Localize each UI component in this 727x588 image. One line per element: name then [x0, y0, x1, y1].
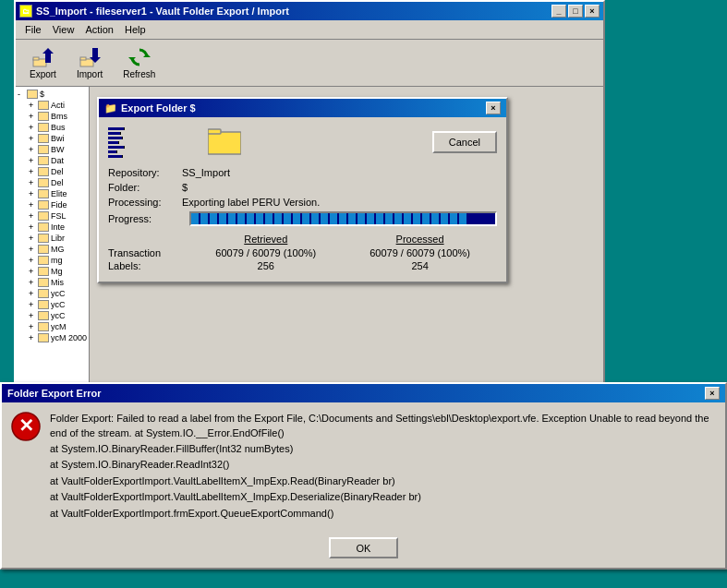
transaction-retrieved: 60079 / 60079 (100%) — [188, 246, 343, 259]
error-dialog: Folder Export Error × ✕ Folder Export: F… — [0, 382, 727, 570]
menu-file[interactable]: File — [19, 22, 47, 37]
export-dialog-close-button[interactable]: × — [486, 102, 501, 114]
list-item[interactable]: + FSL — [29, 210, 87, 222]
labels-retrieved: 256 — [188, 259, 343, 272]
tree-folder-icon — [38, 156, 49, 165]
export-icon — [31, 46, 54, 68]
list-item[interactable]: + Del — [29, 177, 87, 188]
tree-folder-icon — [38, 145, 49, 154]
list-item[interactable]: + Del — [29, 166, 87, 177]
list-item[interactable]: + Bus — [29, 122, 87, 133]
folder-destination-icon — [208, 126, 241, 158]
main-title-bar: 🗂 SS_Import - fileserver1 - Vault Folder… — [16, 2, 603, 20]
list-item[interactable]: + Fide — [29, 199, 87, 210]
tree-folder-icon — [38, 211, 49, 221]
svg-marker-6 — [143, 54, 151, 57]
svg-rect-1 — [33, 57, 39, 60]
tree-folder-icon — [38, 278, 49, 287]
tree-folder-icon — [38, 234, 49, 243]
menu-action[interactable]: Action — [79, 22, 119, 37]
list-item[interactable]: + ycC — [29, 299, 87, 310]
progress-bar — [189, 211, 497, 226]
transaction-label: Transaction — [108, 246, 188, 259]
list-item[interactable]: + MG — [29, 244, 87, 255]
repository-label: Repository: — [108, 167, 182, 178]
progress-label: Progress: — [108, 213, 182, 224]
labels-label: Labels: — [108, 259, 188, 272]
list-item[interactable]: + Acti — [29, 100, 87, 111]
transaction-processed: 60079 / 60079 (100%) — [343, 246, 497, 259]
error-dialog-body: ✕ Folder Export: Failed to read a label … — [2, 402, 725, 532]
list-item[interactable]: + mg — [29, 255, 87, 266]
error-stack-3: at VaultFolderExportImport.VaultLabelIte… — [50, 474, 716, 488]
import-icon — [79, 46, 101, 68]
list-item[interactable]: + Inte — [29, 222, 87, 233]
error-stack-1: at System.IO.BinaryReader.FillBuffer(Int… — [50, 442, 716, 456]
menu-help[interactable]: Help — [119, 22, 151, 37]
export-dialog-body: Cancel Repository: SS_Import Folder: $ P… — [99, 117, 506, 282]
svg-rect-9 — [208, 129, 221, 134]
list-item[interactable]: + Libr — [29, 233, 87, 244]
list-item[interactable]: + ycM 2000 — [29, 332, 87, 343]
tree-folder-icon — [38, 123, 49, 132]
progress-bar-fill — [191, 213, 495, 224]
list-item[interactable]: + ycM — [29, 321, 87, 332]
folder-label: Folder: — [108, 182, 182, 193]
svg-text:✕: ✕ — [18, 415, 34, 436]
error-dialog-title: Folder Export Error — [7, 388, 101, 399]
maximize-button[interactable]: □ — [568, 5, 583, 18]
import-button[interactable]: Import — [70, 43, 109, 82]
labels-processed: 254 — [343, 259, 497, 272]
main-window-title: SS_Import - fileserver1 - Vault Folder E… — [36, 6, 289, 17]
main-window-icon: 🗂 — [19, 5, 32, 18]
cancel-button[interactable]: Cancel — [432, 131, 497, 153]
processing-row: Processing: Exporting label PERU Version… — [108, 197, 497, 208]
processing-label: Processing: — [108, 197, 182, 208]
export-button[interactable]: Export — [23, 43, 63, 82]
refresh-icon — [128, 46, 151, 68]
tree-root: - $ — [18, 89, 87, 100]
tree-folder-icon — [38, 178, 49, 187]
tree-folder-icon — [38, 322, 49, 331]
tree-folder-icon — [38, 311, 49, 320]
repository-row: Repository: SS_Import — [108, 167, 497, 178]
import-label: Import — [77, 69, 103, 79]
list-item[interactable]: + BW — [29, 144, 87, 155]
list-item[interactable]: + Bms — [29, 111, 87, 122]
list-item[interactable]: + Mg — [29, 266, 87, 277]
stats-table: Retrieved Processed Transaction 60079 / … — [108, 234, 497, 272]
list-item[interactable]: + Mis — [29, 277, 87, 288]
menu-view[interactable]: View — [47, 22, 80, 37]
error-stack-4: at VaultFolderExportImport.VaultLabelIte… — [50, 490, 716, 504]
close-button[interactable]: × — [585, 5, 600, 18]
menu-bar: File View Action Help — [16, 20, 603, 40]
tree-folder-icon — [27, 90, 38, 99]
tree-folder-icon — [38, 333, 49, 342]
progress-row: Progress: — [108, 211, 497, 226]
list-item[interactable]: + Elite — [29, 188, 87, 199]
ok-button[interactable]: OK — [329, 537, 398, 558]
error-stack-2: at System.IO.BinaryReader.ReadInt32() — [50, 458, 716, 472]
folder-row: Folder: $ — [108, 182, 497, 193]
error-dialog-title-bar: Folder Export Error × — [2, 384, 725, 402]
tree-folder-icon — [38, 200, 49, 210]
error-stack-5: at VaultFolderExportImport.frmExport.Que… — [50, 507, 716, 521]
table-row: Transaction 60079 / 60079 (100%) 60079 /… — [108, 246, 497, 259]
list-item[interactable]: + Bwi — [29, 133, 87, 144]
tree-folder-icon — [38, 134, 49, 143]
toolbar: Export Import Refresh — [16, 40, 603, 87]
retrieved-header: Retrieved — [188, 234, 343, 246]
export-dialog: 📁 Export Folder $ × — [97, 97, 508, 283]
list-item[interactable]: + ycC — [29, 288, 87, 299]
list-item[interactable]: + ycC — [29, 310, 87, 321]
list-item[interactable]: + Dat — [29, 155, 87, 166]
refresh-label: Refresh — [123, 69, 155, 79]
export-label: Export — [30, 69, 56, 79]
tree-folder-icon — [38, 300, 49, 309]
folder-value: $ — [182, 182, 188, 193]
tree-folder-icon — [38, 222, 49, 232]
progress-animation-icon — [108, 127, 125, 158]
refresh-button[interactable]: Refresh — [116, 43, 162, 82]
error-dialog-close-button[interactable]: × — [705, 387, 720, 400]
minimize-button[interactable]: _ — [551, 5, 566, 18]
